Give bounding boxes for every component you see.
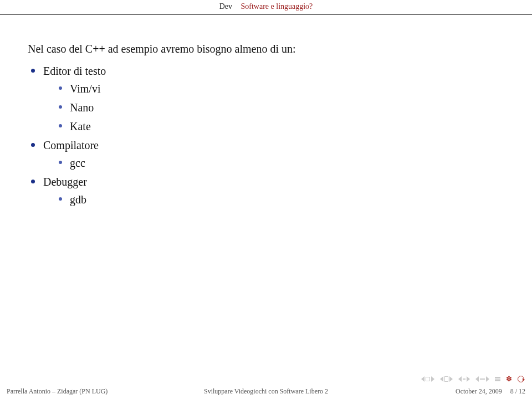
bar-short-icon	[463, 378, 466, 380]
footer-date: October 24, 2009	[456, 387, 502, 395]
slide: Dev Software e linguaggio? Nel caso del …	[0, 0, 532, 399]
list-item: Debugger gdb	[43, 173, 504, 208]
list-subitem: Nano	[70, 99, 504, 116]
slide-body: Nel caso del C++ ad esempio avremo bisog…	[28, 40, 504, 209]
bullet-sublist: Vim/vi Nano Kate	[70, 80, 504, 135]
nav-subsection[interactable]	[458, 376, 470, 382]
arrow-right-icon	[467, 376, 470, 382]
bullet-list: Editor di testo Vim/vi Nano Kate Compila…	[43, 62, 504, 208]
frame-icon	[444, 376, 448, 382]
beamer-nav-symbols: ✽	[421, 375, 524, 383]
list-item-label: Editor di testo	[43, 65, 106, 77]
section-title: Dev	[219, 2, 232, 11]
list-subitem-label: Nano	[70, 101, 94, 114]
list-item: Compilatore gcc	[43, 136, 504, 172]
list-subitem: Kate	[70, 117, 504, 135]
bullet-sublist: gdb	[70, 191, 504, 208]
arrow-left-icon	[440, 376, 443, 382]
list-subitem: gdb	[70, 191, 504, 208]
slide-header: Dev Software e linguaggio?	[0, 2, 532, 11]
header-rule	[0, 14, 532, 15]
arrow-right-icon	[449, 376, 453, 382]
list-subitem-label: Vim/vi	[70, 83, 100, 95]
list-item: Editor di testo Vim/vi Nano Kate	[43, 62, 504, 135]
intro-text: Nel caso del C++ ad esempio avremo bisog…	[28, 40, 504, 58]
slide-icon	[426, 377, 430, 381]
nav-appendix-icon[interactable]: ✽	[506, 375, 512, 383]
arrow-right-icon	[486, 376, 489, 382]
list-subitem-label: Kate	[70, 120, 91, 132]
footer-author: Parrella Antonio – Zidagar (PN LUG)	[7, 387, 108, 396]
list-subitem-label: gcc	[70, 157, 85, 169]
arrow-right-icon	[431, 376, 434, 382]
list-item-label: Compilatore	[43, 139, 99, 151]
list-subitem: gcc	[70, 154, 504, 172]
arrow-left-icon	[421, 376, 424, 382]
footer-right: October 24, 2009 8 / 12	[456, 387, 525, 396]
nav-frame[interactable]	[440, 376, 453, 382]
slide-footer: Parrella Antonio – Zidagar (PN LUG) Svil…	[7, 387, 525, 396]
list-subitem-label: gdb	[70, 193, 86, 206]
nav-section[interactable]	[475, 376, 489, 382]
list-item-label: Debugger	[43, 176, 87, 188]
nav-back-icon[interactable]	[518, 376, 524, 382]
arrow-left-icon	[475, 376, 479, 382]
subsection-title: Software e linguaggio?	[241, 2, 313, 11]
bar-long-icon	[480, 378, 485, 380]
list-subitem: Vim/vi	[70, 80, 504, 98]
footer-page: 8 / 12	[510, 387, 525, 395]
bullet-sublist: gcc	[70, 154, 504, 172]
arrow-left-icon	[458, 376, 462, 382]
nav-slide[interactable]	[421, 376, 434, 382]
nav-doc-icon[interactable]	[495, 377, 500, 381]
